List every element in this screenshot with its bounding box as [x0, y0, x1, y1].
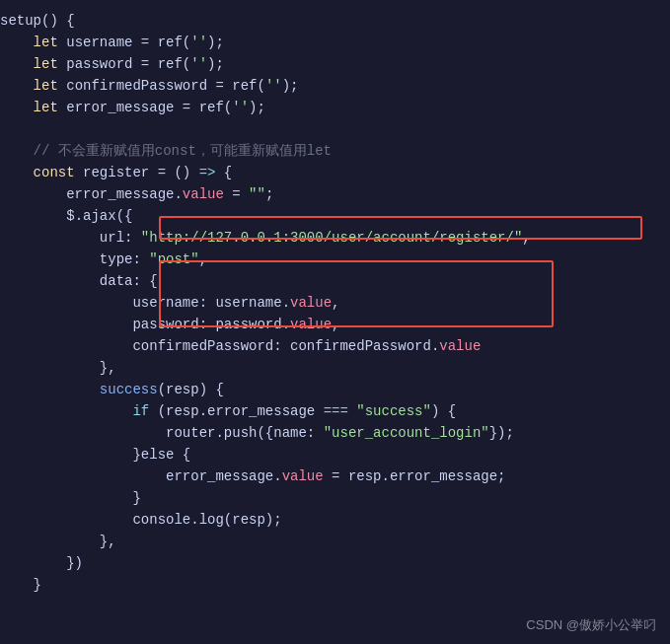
- code-editor: setup() { let username = ref(''); let pa…: [0, 0, 670, 644]
- line-content: }: [0, 487, 662, 509]
- line-content: },: [0, 531, 662, 552]
- line-content: let password = ref('');: [0, 53, 662, 75]
- code-line: password: password.value,: [0, 314, 670, 335]
- line-content: let username = ref('');: [0, 32, 662, 53]
- code-line: setup() {: [0, 10, 670, 32]
- code-line: }: [0, 487, 670, 509]
- code-line: data: {: [0, 270, 670, 292]
- code-line: }): [0, 552, 670, 574]
- code-line: }else {: [0, 444, 670, 465]
- code-line: url: "http://127.0.0.1:3000/user/account…: [0, 227, 670, 249]
- line-content: error_message.value = resp.error_message…: [0, 465, 662, 487]
- line-content: $.ajax({: [0, 205, 662, 227]
- line-content: password: password.value,: [0, 314, 662, 335]
- line-content: let error_message = ref('');: [0, 97, 662, 118]
- code-line: $.ajax({: [0, 205, 670, 227]
- code-line: [0, 118, 670, 140]
- line-content: data: {: [0, 270, 662, 292]
- code-line: let confirmedPassword = ref('');: [0, 75, 670, 97]
- line-content: if (resp.error_message === "success") {: [0, 400, 662, 422]
- code-line: error_message.value = resp.error_message…: [0, 465, 670, 487]
- code-line: success(resp) {: [0, 379, 670, 400]
- line-content: const register = () => {: [0, 162, 662, 183]
- line-content: confirmedPassword: confirmedPassword.val…: [0, 335, 662, 357]
- line-content: username: username.value,: [0, 292, 662, 314]
- line-content: }else {: [0, 444, 662, 465]
- code-line: username: username.value,: [0, 292, 670, 314]
- code-line: let error_message = ref('');: [0, 97, 670, 118]
- line-content: setup() {: [0, 10, 662, 32]
- line-content: url: "http://127.0.0.1:3000/user/account…: [0, 227, 662, 249]
- code-line: },: [0, 357, 670, 379]
- code-line: // 不会重新赋值用const，可能重新赋值用let: [0, 140, 670, 162]
- line-content: // 不会重新赋值用const，可能重新赋值用let: [0, 140, 662, 162]
- code-line: if (resp.error_message === "success") {: [0, 400, 670, 422]
- line-content: success(resp) {: [0, 379, 662, 400]
- code-line: let username = ref('');: [0, 32, 670, 53]
- code-line: const register = () => {: [0, 162, 670, 183]
- code-line: error_message.value = "";: [0, 183, 670, 205]
- line-content: router.push({name: "user_account_login"}…: [0, 422, 662, 444]
- code-line: type: "post",: [0, 249, 670, 270]
- line-content: console.log(resp);: [0, 509, 662, 531]
- line-content: let confirmedPassword = ref('');: [0, 75, 662, 97]
- line-content: }): [0, 552, 662, 574]
- line-content: },: [0, 357, 662, 379]
- code-line: }: [0, 574, 670, 596]
- watermark: CSDN @傲娇小公举叼: [526, 616, 656, 634]
- line-content: type: "post",: [0, 249, 662, 270]
- code-line: let password = ref('');: [0, 53, 670, 75]
- line-content: }: [0, 574, 662, 596]
- line-content: error_message.value = "";: [0, 183, 662, 205]
- code-line: },: [0, 531, 670, 552]
- code-line: confirmedPassword: confirmedPassword.val…: [0, 335, 670, 357]
- code-line: console.log(resp);: [0, 509, 670, 531]
- code-line: router.push({name: "user_account_login"}…: [0, 422, 670, 444]
